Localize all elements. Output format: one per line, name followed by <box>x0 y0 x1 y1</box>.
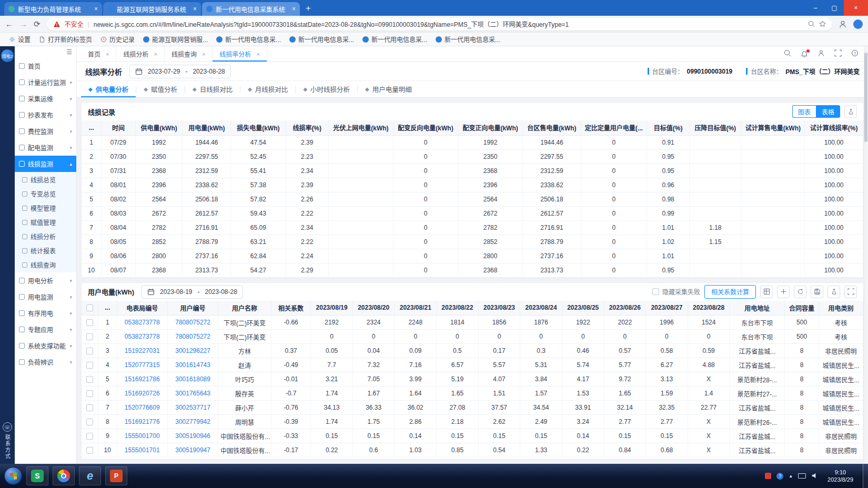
search-icon[interactable] <box>784 49 791 58</box>
sidebar-item-metering-monitor[interactable]: 计量运行监测 ▾ <box>15 74 76 90</box>
link-cell[interactable]: 0538273778 <box>117 330 167 344</box>
contact-icon[interactable]: ☏ <box>3 422 12 432</box>
taskbar-chrome-icon[interactable] <box>53 466 75 485</box>
bookmark-marketing-system[interactable]: 能源互联网营销服... <box>139 34 211 45</box>
taskbar-wps-icon[interactable]: S <box>26 466 48 485</box>
vertical-scrollbar[interactable] <box>864 46 868 464</box>
sidebar-item-orderly-usage[interactable]: 有序用电 ▾ <box>15 305 76 321</box>
subtab-supply-analysis[interactable]: ◆供电量分析 <box>81 81 136 97</box>
bookmark-collection-4[interactable]: 新一代用电信息采... <box>432 34 504 45</box>
link-cell[interactable]: 3001765643 <box>167 387 218 401</box>
export-icon[interactable] <box>844 105 857 118</box>
sidebar-item-meter-reading[interactable]: 抄表发布 ▾ <box>15 107 76 123</box>
row-checkbox[interactable] <box>86 404 93 411</box>
sidebar-item-line-loss-monitor[interactable]: 线损监测 ▴ <box>15 156 76 172</box>
subtab-hourly-loss-analysis[interactable]: ◆小时线损分析 <box>296 81 357 97</box>
sidebar-item-home[interactable]: 首页 <box>15 58 76 74</box>
browser-tab-collection-system[interactable]: 新一代用电信息采集系统 × <box>202 2 300 16</box>
sidebar-item-collection-ops[interactable]: 采集运维 ▾ <box>15 90 76 107</box>
submenu-item-statistics-report[interactable]: 统计报表 <box>15 243 76 258</box>
link-cell[interactable]: 7808075272 <box>167 330 218 344</box>
link-cell[interactable]: 1519227031 <box>117 344 167 358</box>
date-from[interactable]: 2023-07-29 <box>148 68 180 75</box>
sidebar-item-distribution-monitor[interactable]: 配电监测 ▾ <box>15 139 76 156</box>
sidebar-item-usage-analysis[interactable]: 用电分析 ▾ <box>15 272 76 289</box>
sidebar-item-load-identification[interactable]: 负荷辨识 ▾ <box>15 354 76 370</box>
row-checkbox-cell[interactable] <box>82 429 98 443</box>
export-icon[interactable] <box>827 286 840 298</box>
scrollbar-thumb[interactable] <box>864 53 867 142</box>
table-view-button[interactable]: 表格 <box>816 105 840 118</box>
link-cell[interactable]: 3005190947 <box>167 443 218 458</box>
taskbar-clock[interactable]: 9:10 2023/8/29 <box>823 469 857 484</box>
bookmark-collection-2[interactable]: 新一代用电信息采... <box>286 34 358 45</box>
subtab-monthly-loss-compare[interactable]: ◆月线损对比 <box>240 81 295 97</box>
row-checkbox-cell[interactable] <box>82 344 98 358</box>
browser-tab-load-mgmt[interactable]: 新型电力负荷管理系统 × <box>4 2 102 16</box>
row-checkbox-cell[interactable] <box>82 316 98 330</box>
row-checkbox[interactable] <box>86 362 93 369</box>
worktab-line-loss-rate-analysis[interactable]: 线损率分析× <box>213 46 267 62</box>
save-icon[interactable] <box>811 286 823 298</box>
submenu-item-line-loss-analysis[interactable]: 线损分析 <box>15 229 76 243</box>
add-icon[interactable] <box>777 286 790 298</box>
reload-icon[interactable]: ⟳ <box>34 20 41 28</box>
tab-close-icon[interactable]: × <box>106 51 109 57</box>
submenu-item-line-loss-overview[interactable]: 线损总览 <box>15 172 76 187</box>
tab-close-icon[interactable]: × <box>94 5 98 13</box>
new-tab-button[interactable]: + <box>301 2 316 15</box>
notification-bell-icon[interactable] <box>801 50 808 58</box>
row-checkbox-cell[interactable] <box>82 372 98 387</box>
loss-date-range-picker[interactable]: 2023-07-29 - 2023-08-28 <box>129 65 231 78</box>
link-cell[interactable]: 3005190946 <box>167 429 218 443</box>
submenu-item-model-management[interactable]: 模型管理 <box>15 201 76 215</box>
sidebar-item-system-support[interactable]: 系统支撑功能 ▾ <box>15 338 76 354</box>
row-checkbox-cell[interactable] <box>82 330 98 344</box>
column-settings-icon[interactable] <box>760 286 773 298</box>
worktab-line-loss-query[interactable]: 线损查询× <box>165 46 213 62</box>
row-checkbox[interactable] <box>86 376 93 383</box>
window-minimize-button[interactable]: – <box>806 0 825 16</box>
tab-close-icon[interactable]: × <box>154 51 157 57</box>
url-bar[interactable]: 不安全 | neweic.js.sgcc.com.cn/#/llm/line/L… <box>47 18 832 30</box>
forward-icon[interactable]: → <box>19 20 27 28</box>
row-checkbox-cell[interactable] <box>82 401 98 415</box>
fullscreen-icon[interactable] <box>834 49 842 58</box>
refresh-icon[interactable] <box>794 286 806 298</box>
subtab-daily-loss-compare[interactable]: ◆日线损对比 <box>185 81 240 97</box>
fullscreen-icon[interactable] <box>844 286 857 298</box>
zoom-icon[interactable] <box>808 21 815 27</box>
link-cell[interactable]: 0538273778 <box>117 316 167 330</box>
sidebar-item-fee-control[interactable]: 费控监测 ▾ <box>15 123 76 139</box>
link-cell[interactable]: 3001618089 <box>167 372 218 387</box>
submenu-item-value-management[interactable]: 赋值管理 <box>15 215 76 229</box>
tab-close-icon[interactable]: × <box>292 5 296 13</box>
user-date-range-picker[interactable]: 2023-08-19 - 2023-08-28 <box>142 285 243 299</box>
back-icon[interactable]: ← <box>5 20 13 28</box>
select-all-checkbox[interactable] <box>86 304 93 311</box>
row-checkbox-cell[interactable] <box>82 415 98 429</box>
tray-volume-icon[interactable] <box>811 472 818 480</box>
link-cell[interactable]: 1520776609 <box>117 401 167 415</box>
tray-app-icon[interactable] <box>765 473 771 479</box>
row-checkbox-cell[interactable] <box>82 358 98 372</box>
link-cell[interactable]: 3002779942 <box>167 415 218 429</box>
tab-close-icon[interactable]: × <box>202 51 205 57</box>
taskbar-powerpoint-icon[interactable]: P <box>105 466 127 485</box>
worktab-line-loss-analysis[interactable]: 线损分析× <box>116 46 164 62</box>
row-checkbox[interactable] <box>86 419 93 425</box>
window-maximize-button[interactable]: ▢ <box>825 0 844 16</box>
subtab-user-energy-detail[interactable]: ◆用户电量明细 <box>358 81 419 97</box>
link-cell[interactable]: 1516921786 <box>117 372 167 387</box>
start-button[interactable] <box>4 467 22 485</box>
bookmark-star-icon[interactable] <box>819 21 826 27</box>
row-checkbox[interactable] <box>86 333 93 340</box>
show-desktop-button[interactable] <box>863 464 868 488</box>
bookmark-settings[interactable]: 设置 <box>5 34 34 45</box>
bookmark-collection-3[interactable]: 新一代用电信息采... <box>359 34 431 45</box>
submenu-item-line-loss-query[interactable]: 线损查询 <box>15 258 76 272</box>
link-cell[interactable]: 1555001701 <box>117 443 167 458</box>
user-icon[interactable] <box>817 49 825 58</box>
worktab-home[interactable]: 首页× <box>81 46 116 62</box>
profile-icon[interactable] <box>839 20 847 28</box>
